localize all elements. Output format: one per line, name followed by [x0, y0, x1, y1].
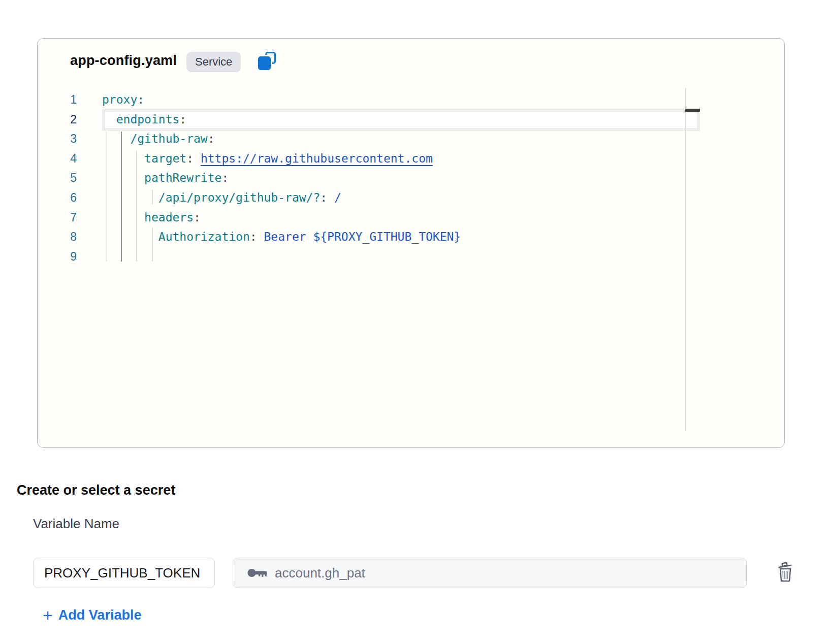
section-heading: Create or select a secret	[17, 482, 175, 498]
line-number: 1	[38, 90, 77, 110]
scroll-indicator	[685, 109, 700, 112]
code-url-link[interactable]: https://raw.githubusercontent.com	[201, 152, 433, 165]
variable-name-label: Variable Name	[33, 516, 119, 532]
editor-scrollbar-track[interactable]	[685, 88, 686, 431]
trash-icon	[777, 561, 794, 583]
line-number: 8	[38, 227, 77, 247]
secret-select[interactable]: account.gh_pat	[233, 558, 747, 588]
delete-variable-button[interactable]	[776, 561, 794, 584]
add-variable-button[interactable]: + Add Variable	[43, 606, 141, 624]
code-line-4[interactable]: target: https://raw.githubusercontent.co…	[102, 149, 461, 169]
code-content: proxy: endpoints: /github-raw: target: h…	[102, 90, 461, 266]
line-number-gutter: 123456789	[38, 90, 77, 266]
plus-icon: +	[43, 606, 53, 624]
line-number: 2	[38, 110, 77, 130]
code-line-2[interactable]: endpoints:	[102, 110, 461, 130]
line-number: 9	[38, 247, 77, 267]
add-variable-label: Add Variable	[58, 607, 142, 623]
variable-name-input[interactable]: PROXY_GITHUB_TOKEN	[33, 558, 215, 588]
key-icon	[247, 566, 268, 579]
code-editor-card: app-config.yaml Service 123456789 proxy:…	[37, 38, 785, 448]
variable-name-value: PROXY_GITHUB_TOKEN	[44, 565, 200, 581]
line-number: 7	[38, 208, 77, 228]
secret-select-value: account.gh_pat	[275, 565, 365, 581]
code-line-3[interactable]: /github-raw:	[102, 129, 461, 149]
line-number: 3	[38, 129, 77, 149]
line-number: 6	[38, 188, 77, 208]
line-number: 5	[38, 168, 77, 188]
code-line-5[interactable]: pathRewrite:	[102, 168, 461, 188]
line-number: 4	[38, 149, 77, 169]
code-line-8[interactable]: Authorization: Bearer ${PROXY_GITHUB_TOK…	[102, 227, 461, 247]
page: app-config.yaml Service 123456789 proxy:…	[0, 0, 827, 644]
yaml-editor[interactable]: 123456789 proxy: endpoints: /github-raw:…	[38, 39, 784, 447]
code-line-1[interactable]: proxy:	[102, 90, 461, 110]
code-line-7[interactable]: headers:	[102, 208, 461, 228]
code-line-9[interactable]	[102, 247, 461, 267]
code-line-6[interactable]: /api/proxy/github-raw/?: /	[102, 188, 461, 208]
